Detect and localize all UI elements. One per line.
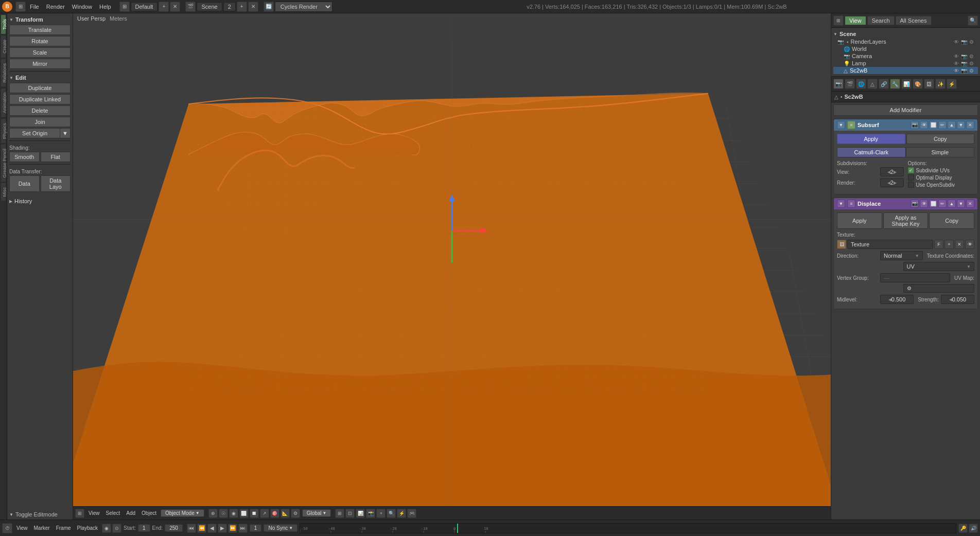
timeline-marker-btn[interactable]: Marker [32,525,52,531]
play-icon[interactable]: ▶ [218,524,227,533]
texture-show-icon[interactable]: 👁 [965,240,974,249]
viewport-icon-16[interactable]: ⚡ [397,509,406,518]
scene-name[interactable]: Scene [197,2,222,11]
properties-physics-icon[interactable]: ⚡ [947,79,957,89]
subsurf-eye-icon[interactable]: 👁 [920,121,928,129]
properties-render-icon[interactable]: 📷 [833,79,844,89]
view-value[interactable]: ◀ 2 ▶ [880,167,904,176]
texture-coordinates-value[interactable]: UV ▼ [903,262,975,271]
tab-create[interactable]: Create [1,35,6,58]
scene-item-camera[interactable]: 📷 Camera 👁 📷 ⚙ [833,52,978,60]
viewport-icon-9[interactable]: ⚙ [291,509,300,518]
renderlayers-camera2-icon[interactable]: 📷 [961,39,967,45]
right-search-icon[interactable]: 🔍 [968,15,978,26]
tab-grease-pencil[interactable]: Grease Pencil [1,144,6,183]
tab-all-scenes[interactable]: All Scenes [896,16,932,25]
tab-physics[interactable]: Physics [1,118,6,144]
jump-start-icon[interactable]: ⏮ [187,524,196,533]
tab-relations[interactable]: Relations [1,59,6,87]
toggle-editmode[interactable]: Toggle Editmode [7,509,73,520]
scene-item-sc2wb[interactable]: △ Sc2wB 👁 📷 ⚙ [833,67,978,74]
play-back-icon[interactable]: ◀ [207,524,217,533]
subsurf-simple-tab[interactable]: Simple [906,147,975,157]
scene-add-icon[interactable]: + [237,2,247,12]
history-title[interactable]: History [9,198,71,204]
subsurf-apply-button[interactable]: Apply [837,134,905,144]
displace-copy-button[interactable]: Copy [929,212,974,229]
uv-map-value[interactable]: ⚙ [903,284,975,293]
mirror-button[interactable]: Mirror [9,59,71,69]
viewport-add-btn[interactable]: Add [124,510,137,516]
texture-browse-icon[interactable]: + [944,240,954,249]
tab-tools[interactable]: Tools [1,14,6,34]
rotate-button[interactable]: Rotate [9,36,71,46]
texture-preview-icon[interactable]: 🖼 [837,240,846,249]
viewport-view-btn[interactable]: View [86,510,102,516]
properties-world-icon[interactable]: 🌐 [856,79,866,89]
tab-view[interactable]: View [845,16,866,25]
join-button[interactable]: Join [9,117,71,127]
viewport-icon-7[interactable]: 🎯 [270,509,279,518]
render-engine-icon[interactable]: 🔄 [264,2,274,12]
data-layout-button[interactable]: Data Layo [41,175,71,192]
scene-item-world[interactable]: 🌐 World [833,45,978,52]
timeline-keyframe-icon[interactable]: 🔑 [958,524,968,533]
current-frame-input[interactable]: 1 [250,524,262,532]
render-value[interactable]: ◀ 2 ▶ [880,178,904,187]
viewport-icon-4[interactable]: ⬜ [239,509,249,518]
subsurf-copy-button[interactable]: Copy [906,134,975,144]
texture-name-field[interactable]: Texture [847,240,933,249]
subsurf-edit-icon[interactable]: ✏ [938,121,947,129]
subsurf-type-icon[interactable]: ≡ [847,121,855,129]
global-dropdown[interactable]: Global ▼ [302,509,331,517]
viewport-icon-1[interactable]: ⊕ [208,509,218,518]
viewport-icon-11[interactable]: ⊡ [345,509,355,518]
viewport-icon-15[interactable]: 🔍 [387,509,396,518]
start-frame-input[interactable]: 1 [138,524,150,532]
lamp-render-icon[interactable]: 📷 [961,61,967,66]
timeline-loop1-icon[interactable]: ◉ [102,524,111,533]
tab-misc[interactable]: Misc [1,183,6,202]
camera-settings-icon[interactable]: ⚙ [969,53,974,59]
displace-expand-icon[interactable]: ▼ [837,200,845,208]
layout-icon[interactable]: ⊞ [119,2,130,12]
sc2wb-eye-icon[interactable]: 👁 [954,68,959,74]
properties-material-icon[interactable]: 🎨 [913,79,923,89]
properties-texture-icon[interactable]: 🖼 [924,79,934,89]
subsurf-catmull-tab[interactable]: Catmull-Clark [837,147,906,157]
end-frame-input[interactable]: 250 [165,524,183,532]
editor-type-icon[interactable]: ⊞ [15,2,26,12]
displace-up-icon[interactable]: ▲ [948,200,956,208]
data-button[interactable]: Data [9,175,40,192]
displace-render-icon[interactable]: ⬜ [929,200,937,208]
viewport-icon-10[interactable]: ⊞ [335,509,344,518]
properties-modifier-icon[interactable]: 🔧 [890,79,900,89]
timeline-loop2-icon[interactable]: ⊙ [112,524,121,533]
timeline-ruler[interactable]: -50 -40 -30 -20 -10 0 10 [300,523,956,533]
subsurf-up-icon[interactable]: ▲ [948,121,956,129]
subsurf-down-icon[interactable]: ▼ [957,121,965,129]
jump-end-icon[interactable]: ⏭ [238,524,248,533]
camera-render-icon[interactable]: 📷 [961,53,967,59]
timeline-frame-btn[interactable]: Frame [54,525,73,531]
menu-help[interactable]: Help [96,3,114,11]
render-engine-dropdown[interactable]: Cycles Render Blender Render [275,2,332,12]
texture-new-icon[interactable]: F [934,240,943,249]
menu-file[interactable]: File [27,3,42,11]
optimal-display-checkbox[interactable] [908,174,914,181]
renderlayers-settings-icon[interactable]: ⚙ [969,39,974,45]
subsurf-expand-icon[interactable]: ▼ [837,121,845,129]
timeline-view-btn[interactable]: View [14,525,30,531]
properties-object-icon[interactable]: △ [867,79,878,89]
use-opensubdiv-checkbox[interactable] [908,182,914,188]
texture-unlink-icon[interactable]: ✕ [955,240,964,249]
displace-close-icon[interactable]: ✕ [966,200,974,208]
lamp-eye-icon[interactable]: 👁 [954,61,959,66]
remove-layout-icon[interactable]: ✕ [170,2,180,12]
set-origin-arrow-button[interactable]: ▼ [60,128,71,138]
viewport-icon-13[interactable]: 📸 [366,509,375,518]
viewport-icon-17[interactable]: 🎮 [407,509,416,518]
displace-type-icon[interactable]: ≡ [847,200,855,208]
viewport-icon-5[interactable]: 🔲 [250,509,259,518]
displace-camera-icon[interactable]: 📷 [911,200,919,208]
